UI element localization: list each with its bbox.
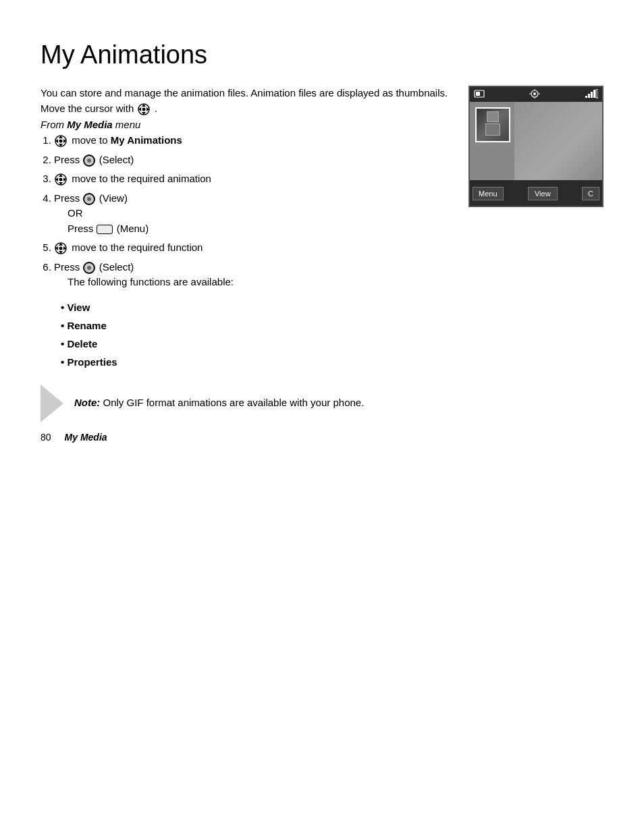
footer: 80 My Media bbox=[41, 432, 603, 443]
robot-head bbox=[487, 111, 499, 122]
phone-status-bar bbox=[470, 87, 602, 102]
footer-section-title: My Media bbox=[65, 432, 107, 443]
intro-text: You can store and manage the animation f… bbox=[41, 87, 448, 114]
svg-point-11 bbox=[59, 140, 63, 143]
functions-intro: The following functions are available: bbox=[68, 276, 234, 287]
svg-rect-33 bbox=[588, 94, 590, 98]
step6-select: (Select) bbox=[99, 261, 134, 273]
svg-rect-32 bbox=[585, 96, 587, 98]
function-delete: Delete bbox=[61, 335, 448, 353]
step2-center-btn-icon bbox=[83, 155, 95, 167]
status-icon-left bbox=[474, 89, 485, 100]
robot-body bbox=[485, 123, 500, 136]
svg-point-23 bbox=[59, 247, 63, 250]
step6-center-btn-icon bbox=[83, 262, 95, 274]
phone-softkeys: Menu View C bbox=[470, 180, 602, 207]
intro-paragraph: You can store and manage the animation f… bbox=[41, 86, 448, 116]
functions-list: View Rename Delete Properties bbox=[61, 298, 448, 371]
view-softkey-btn[interactable]: View bbox=[528, 187, 558, 200]
status-icon-settings bbox=[529, 89, 540, 100]
svg-rect-36 bbox=[596, 89, 598, 98]
thumbnail-inner bbox=[477, 109, 509, 141]
step6-press: Press bbox=[54, 261, 83, 273]
svg-rect-25 bbox=[476, 92, 480, 96]
phone-content-area bbox=[470, 102, 602, 180]
step3-joystick-icon bbox=[54, 173, 68, 186]
my-media-bold: My Media bbox=[67, 119, 113, 130]
step5-joystick-icon bbox=[54, 242, 68, 255]
step4-center-btn-icon bbox=[83, 193, 95, 205]
svg-rect-35 bbox=[593, 90, 595, 98]
steps-list: move to My Animations Press (Select) bbox=[54, 133, 448, 290]
phone-screenshot: Menu View C bbox=[468, 86, 603, 207]
note-section: Note: Only GIF format animations are ava… bbox=[41, 385, 448, 422]
page-title: My Animations bbox=[41, 40, 603, 69]
step-1: move to My Animations bbox=[54, 133, 448, 148]
from-menu-line: From My Media menu bbox=[41, 119, 448, 130]
step1-bold: My Animations bbox=[111, 134, 182, 146]
function-rename: Rename bbox=[61, 316, 448, 335]
step4-view: (View) bbox=[99, 192, 128, 204]
menu-suffix: menu bbox=[113, 119, 141, 130]
step1-prefix: move to bbox=[72, 134, 111, 146]
from-menu-text: From bbox=[41, 119, 67, 130]
note-text: Note: Only GIF format animations are ava… bbox=[74, 395, 364, 411]
step5-text: move to the required function bbox=[72, 242, 203, 253]
note-body: Only GIF format animations are available… bbox=[103, 397, 365, 408]
page-number: 80 bbox=[41, 432, 51, 443]
thumbnail-item bbox=[475, 107, 510, 142]
step4-press: Press bbox=[54, 192, 83, 204]
svg-rect-34 bbox=[591, 92, 593, 98]
step3-text: move to the required animation bbox=[72, 173, 211, 184]
step-2: Press (Select) bbox=[54, 152, 448, 168]
step4-press-menu-line: Press (Menu) bbox=[68, 223, 149, 234]
intro-cursor-suffix: . bbox=[155, 103, 157, 114]
phone-screen: Menu View C bbox=[468, 86, 603, 207]
function-view: View bbox=[61, 298, 448, 316]
step-3: move to the required animation bbox=[54, 171, 448, 187]
content-area: You can store and manage the animation f… bbox=[41, 86, 603, 422]
svg-point-27 bbox=[533, 92, 536, 95]
page-container: My Animations You can store and manage t… bbox=[0, 0, 644, 463]
step-6: Press (Select) The following functions a… bbox=[54, 260, 448, 290]
c-softkey-btn[interactable]: C bbox=[582, 187, 599, 200]
step-5: move to the required function bbox=[54, 240, 448, 256]
step4-menu-key-icon bbox=[97, 225, 113, 234]
note-label: Note: bbox=[74, 397, 100, 408]
step4-or: OR bbox=[68, 207, 83, 219]
svg-point-5 bbox=[142, 107, 145, 111]
step-4: Press (View) OR Press (Menu) bbox=[54, 191, 448, 237]
svg-point-17 bbox=[59, 178, 63, 181]
joystick-icon bbox=[137, 103, 151, 116]
step2-select: (Select) bbox=[99, 154, 134, 165]
function-properties: Properties bbox=[61, 353, 448, 371]
step1-joystick-icon bbox=[54, 134, 68, 148]
note-arrow-icon bbox=[41, 385, 63, 422]
menu-softkey-btn[interactable]: Menu bbox=[473, 187, 504, 200]
step2-press: Press bbox=[54, 154, 83, 165]
text-content: You can store and manage the animation f… bbox=[41, 86, 448, 422]
status-icon-signal bbox=[585, 89, 598, 100]
background-image bbox=[514, 102, 602, 180]
